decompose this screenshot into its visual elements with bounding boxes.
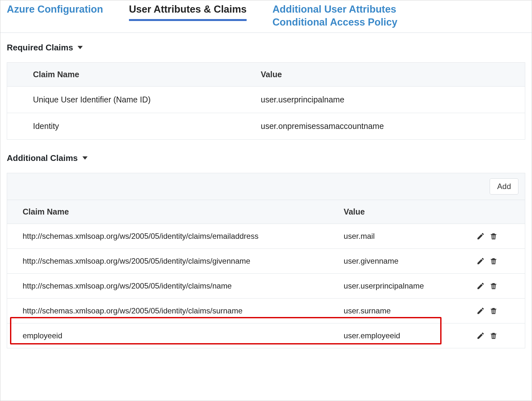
cell-claim-name: employeeid [7,323,328,348]
tab3-line1: Additional User Attributes [272,3,397,16]
pencil-icon[interactable] [476,332,485,340]
trash-icon[interactable] [489,232,498,240]
table-header-row: Claim Name Value [7,200,525,224]
cell-actions [473,273,525,298]
additional-claims-table: Claim Name Value http://schemas.xmlsoap.… [7,200,525,348]
tab-additional-user-attributes-conditional-access[interactable]: Additional User Attributes Conditional A… [272,0,397,32]
col-header-claim-name: Claim Name [7,62,235,86]
table-row: http://schemas.xmlsoap.org/ws/2005/05/id… [7,224,525,248]
additional-claims-header[interactable]: Additional Claims [7,153,525,163]
pencil-icon[interactable] [476,232,485,240]
trash-icon[interactable] [489,282,498,290]
col-header-value: Value [235,62,525,86]
cell-actions [473,224,525,248]
cell-actions [473,323,525,348]
chevron-down-icon [78,46,83,49]
page-root: Azure Configuration User Attributes & Cl… [0,0,532,401]
cell-value: user.surname [328,298,473,323]
table-row: employeeid user.employeeid [7,323,525,348]
cell-claim-name: Unique User Identifier (Name ID) [7,86,235,113]
cell-value: user.onpremisessamaccountname [235,113,525,139]
cell-actions [473,298,525,323]
cell-claim-name: http://schemas.xmlsoap.org/ws/2005/05/id… [7,224,328,248]
cell-claim-name: http://schemas.xmlsoap.org/ws/2005/05/id… [7,298,328,323]
table-header-row: Claim Name Value [7,62,525,86]
tab-azure-configuration[interactable]: Azure Configuration [7,0,103,19]
add-button[interactable]: Add [490,178,518,195]
table-row: http://schemas.xmlsoap.org/ws/2005/05/id… [7,273,525,298]
trash-icon[interactable] [489,307,498,315]
table-row: Identity user.onpremisessamaccountname [7,113,525,139]
cell-claim-name: Identity [7,113,235,139]
cell-value: user.userprincipalname [235,86,525,113]
cell-value: user.userprincipalname [328,273,473,298]
table-row: http://schemas.xmlsoap.org/ws/2005/05/id… [7,298,525,323]
cell-claim-name: http://schemas.xmlsoap.org/ws/2005/05/id… [7,273,328,298]
pencil-icon[interactable] [476,257,485,265]
pencil-icon[interactable] [476,307,485,315]
table-row: Unique User Identifier (Name ID) user.us… [7,86,525,113]
content-area: Required Claims Claim Name Value Unique … [0,33,532,348]
cell-value: user.employeeid [328,323,473,348]
additional-claims-label: Additional Claims [7,153,78,163]
required-claims-table: Claim Name Value Unique User Identifier … [7,62,525,140]
tabs-bar: Azure Configuration User Attributes & Cl… [0,0,532,33]
table-row: http://schemas.xmlsoap.org/ws/2005/05/id… [7,248,525,273]
additional-claims-toolbar: Add [7,173,525,200]
trash-icon[interactable] [489,257,498,265]
chevron-down-icon [82,156,88,160]
pencil-icon[interactable] [476,282,485,290]
required-claims-label: Required Claims [7,43,73,53]
cell-actions [473,248,525,273]
col-header-value: Value [328,200,473,224]
tab3-line2: Conditional Access Policy [272,16,397,29]
cell-claim-name: http://schemas.xmlsoap.org/ws/2005/05/id… [7,248,328,273]
cell-value: user.givenname [328,248,473,273]
required-claims-header[interactable]: Required Claims [7,43,525,53]
cell-value: user.mail [328,224,473,248]
additional-claims-panel: Add Claim Name Value http://schemas.xmls… [7,173,525,348]
col-header-actions [473,200,525,224]
trash-icon[interactable] [489,332,498,340]
tab-user-attributes-claims[interactable]: User Attributes & Claims [129,0,247,21]
col-header-claim-name: Claim Name [7,200,328,224]
